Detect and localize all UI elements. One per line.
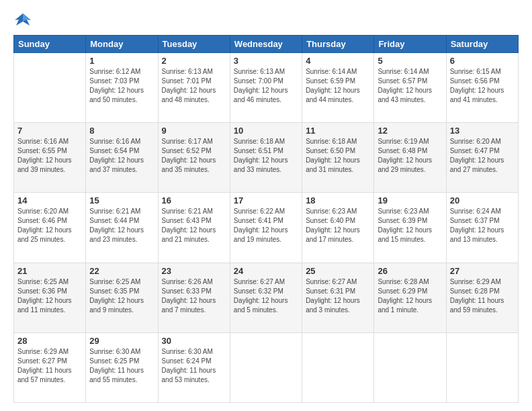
calendar-cell: 5Sunrise: 6:14 AM Sunset: 6:57 PM Daylig…	[374, 53, 446, 123]
day-info: Sunrise: 6:19 AM Sunset: 6:48 PM Dayligh…	[378, 137, 442, 175]
day-number: 19	[378, 195, 442, 205]
calendar-cell: 9Sunrise: 6:17 AM Sunset: 6:52 PM Daylig…	[158, 123, 230, 193]
day-number: 2	[162, 56, 226, 66]
calendar-cell: 27Sunrise: 6:29 AM Sunset: 6:28 PM Dayli…	[446, 263, 518, 332]
day-number: 21	[17, 266, 82, 276]
day-number: 12	[378, 126, 442, 136]
day-info: Sunrise: 6:30 AM Sunset: 6:25 PM Dayligh…	[89, 347, 154, 385]
calendar-cell: 2Sunrise: 6:13 AM Sunset: 7:01 PM Daylig…	[158, 53, 230, 123]
calendar-cell: 15Sunrise: 6:21 AM Sunset: 6:44 PM Dayli…	[86, 193, 158, 263]
day-info: Sunrise: 6:25 AM Sunset: 6:36 PM Dayligh…	[17, 277, 82, 315]
day-info: Sunrise: 6:29 AM Sunset: 6:27 PM Dayligh…	[17, 347, 82, 385]
calendar-cell: 7Sunrise: 6:16 AM Sunset: 6:55 PM Daylig…	[14, 123, 86, 193]
day-number: 28	[17, 336, 82, 346]
calendar-cell: 3Sunrise: 6:13 AM Sunset: 7:00 PM Daylig…	[230, 53, 302, 123]
day-info: Sunrise: 6:27 AM Sunset: 6:31 PM Dayligh…	[306, 277, 370, 315]
day-number: 20	[450, 195, 515, 205]
day-info: Sunrise: 6:21 AM Sunset: 6:44 PM Dayligh…	[89, 207, 154, 244]
page: SundayMondayTuesdayWednesdayThursdayFrid…	[0, 0, 532, 411]
calendar-cell: 8Sunrise: 6:16 AM Sunset: 6:54 PM Daylig…	[86, 123, 158, 193]
calendar-cell: 21Sunrise: 6:25 AM Sunset: 6:36 PM Dayli…	[14, 263, 86, 332]
day-info: Sunrise: 6:24 AM Sunset: 6:37 PM Dayligh…	[450, 207, 515, 244]
calendar-header-row: SundayMondayTuesdayWednesdayThursdayFrid…	[14, 36, 519, 53]
calendar-week-row: 7Sunrise: 6:16 AM Sunset: 6:55 PM Daylig…	[14, 123, 519, 193]
calendar-table: SundayMondayTuesdayWednesdayThursdayFrid…	[13, 35, 519, 403]
calendar-day-header: Sunday	[14, 36, 86, 53]
day-number: 8	[89, 126, 154, 136]
calendar-cell: 6Sunrise: 6:15 AM Sunset: 6:56 PM Daylig…	[446, 53, 518, 123]
calendar-cell: 23Sunrise: 6:26 AM Sunset: 6:33 PM Dayli…	[158, 263, 230, 332]
day-number: 29	[89, 336, 154, 346]
day-number: 10	[234, 126, 298, 136]
calendar-week-row: 28Sunrise: 6:29 AM Sunset: 6:27 PM Dayli…	[14, 332, 519, 402]
day-info: Sunrise: 6:29 AM Sunset: 6:28 PM Dayligh…	[450, 277, 515, 315]
day-info: Sunrise: 6:30 AM Sunset: 6:24 PM Dayligh…	[162, 347, 226, 385]
day-number: 5	[378, 56, 442, 66]
day-number: 18	[306, 195, 370, 205]
day-info: Sunrise: 6:20 AM Sunset: 6:47 PM Dayligh…	[450, 137, 515, 175]
day-number: 30	[162, 336, 226, 346]
day-number: 13	[450, 126, 515, 136]
logo-icon	[13, 11, 32, 30]
calendar-week-row: 14Sunrise: 6:20 AM Sunset: 6:46 PM Dayli…	[14, 193, 519, 263]
calendar-day-header: Thursday	[302, 36, 374, 53]
day-number: 1	[89, 56, 154, 66]
calendar-day-header: Saturday	[446, 36, 518, 53]
day-info: Sunrise: 6:23 AM Sunset: 6:40 PM Dayligh…	[306, 207, 370, 244]
day-info: Sunrise: 6:22 AM Sunset: 6:41 PM Dayligh…	[234, 207, 298, 244]
calendar-week-row: 1Sunrise: 6:12 AM Sunset: 7:03 PM Daylig…	[14, 53, 519, 123]
day-number: 16	[162, 195, 226, 205]
calendar-cell: 12Sunrise: 6:19 AM Sunset: 6:48 PM Dayli…	[374, 123, 446, 193]
calendar-cell: 17Sunrise: 6:22 AM Sunset: 6:41 PM Dayli…	[230, 193, 302, 263]
day-info: Sunrise: 6:28 AM Sunset: 6:29 PM Dayligh…	[378, 277, 442, 315]
calendar-cell: 24Sunrise: 6:27 AM Sunset: 6:32 PM Dayli…	[230, 263, 302, 332]
day-info: Sunrise: 6:20 AM Sunset: 6:46 PM Dayligh…	[17, 207, 82, 244]
logo	[13, 11, 35, 30]
calendar-cell	[14, 53, 86, 123]
calendar-cell: 13Sunrise: 6:20 AM Sunset: 6:47 PM Dayli…	[446, 123, 518, 193]
day-info: Sunrise: 6:13 AM Sunset: 7:01 PM Dayligh…	[162, 67, 226, 105]
day-info: Sunrise: 6:18 AM Sunset: 6:51 PM Dayligh…	[234, 137, 298, 175]
calendar-day-header: Monday	[86, 36, 158, 53]
day-number: 15	[89, 195, 154, 205]
day-info: Sunrise: 6:27 AM Sunset: 6:32 PM Dayligh…	[234, 277, 298, 315]
day-info: Sunrise: 6:25 AM Sunset: 6:35 PM Dayligh…	[89, 277, 154, 315]
day-info: Sunrise: 6:23 AM Sunset: 6:39 PM Dayligh…	[378, 207, 442, 244]
day-number: 17	[234, 195, 298, 205]
calendar-cell: 11Sunrise: 6:18 AM Sunset: 6:50 PM Dayli…	[302, 123, 374, 193]
day-number: 3	[234, 56, 298, 66]
day-info: Sunrise: 6:14 AM Sunset: 6:57 PM Dayligh…	[378, 67, 442, 105]
calendar-day-header: Friday	[374, 36, 446, 53]
day-number: 26	[378, 266, 442, 276]
day-info: Sunrise: 6:16 AM Sunset: 6:55 PM Dayligh…	[17, 137, 82, 175]
day-number: 11	[306, 126, 370, 136]
calendar-cell: 28Sunrise: 6:29 AM Sunset: 6:27 PM Dayli…	[14, 332, 86, 402]
day-number: 9	[162, 126, 226, 136]
day-info: Sunrise: 6:16 AM Sunset: 6:54 PM Dayligh…	[89, 137, 154, 175]
calendar-cell: 25Sunrise: 6:27 AM Sunset: 6:31 PM Dayli…	[302, 263, 374, 332]
day-info: Sunrise: 6:13 AM Sunset: 7:00 PM Dayligh…	[234, 67, 298, 105]
day-info: Sunrise: 6:12 AM Sunset: 7:03 PM Dayligh…	[89, 67, 154, 105]
calendar-cell	[302, 332, 374, 402]
calendar-week-row: 21Sunrise: 6:25 AM Sunset: 6:36 PM Dayli…	[14, 263, 519, 332]
day-number: 27	[450, 266, 515, 276]
calendar-cell: 29Sunrise: 6:30 AM Sunset: 6:25 PM Dayli…	[86, 332, 158, 402]
day-info: Sunrise: 6:14 AM Sunset: 6:59 PM Dayligh…	[306, 67, 370, 105]
day-number: 23	[162, 266, 226, 276]
day-info: Sunrise: 6:21 AM Sunset: 6:43 PM Dayligh…	[162, 207, 226, 244]
calendar-day-header: Wednesday	[230, 36, 302, 53]
day-number: 24	[234, 266, 298, 276]
day-number: 22	[89, 266, 154, 276]
day-number: 14	[17, 195, 82, 205]
day-info: Sunrise: 6:18 AM Sunset: 6:50 PM Dayligh…	[306, 137, 370, 175]
day-info: Sunrise: 6:15 AM Sunset: 6:56 PM Dayligh…	[450, 67, 515, 105]
calendar-cell: 22Sunrise: 6:25 AM Sunset: 6:35 PM Dayli…	[86, 263, 158, 332]
calendar-cell	[446, 332, 518, 402]
calendar-cell: 20Sunrise: 6:24 AM Sunset: 6:37 PM Dayli…	[446, 193, 518, 263]
day-number: 4	[306, 56, 370, 66]
calendar-cell: 18Sunrise: 6:23 AM Sunset: 6:40 PM Dayli…	[302, 193, 374, 263]
day-number: 7	[17, 126, 82, 136]
day-number: 6	[450, 56, 515, 66]
calendar-cell	[230, 332, 302, 402]
calendar-cell: 10Sunrise: 6:18 AM Sunset: 6:51 PM Dayli…	[230, 123, 302, 193]
